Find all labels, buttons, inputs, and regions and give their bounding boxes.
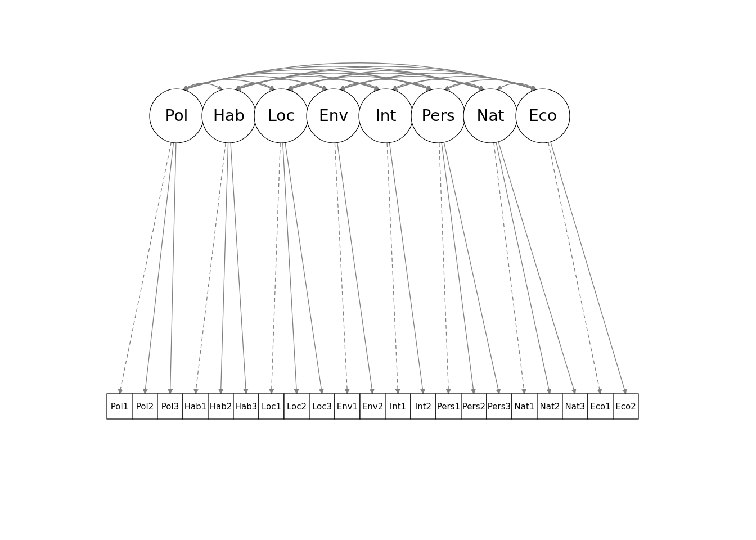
indicator-node-nat1: Nat1 [512, 394, 537, 419]
loading-arrow [442, 143, 474, 394]
indicator-label: Eco1 [590, 402, 610, 412]
indicator-label: Env2 [362, 402, 383, 412]
indicator-label: Hab1 [184, 402, 207, 412]
loading-arrow [389, 143, 423, 394]
indicator-node-loc3: Loc3 [309, 394, 335, 419]
indicator-label: Pers2 [462, 402, 485, 412]
indicator-node-nat3: Nat3 [562, 394, 588, 419]
latent-node-env: Env [307, 89, 361, 143]
loading-arrow [548, 142, 601, 394]
loading-arrow [120, 142, 172, 394]
covariance-arc [340, 80, 431, 90]
indicator-label: Int2 [415, 402, 431, 412]
indicator-label: Nat3 [565, 402, 586, 412]
indicator-label: Int1 [390, 402, 406, 412]
indicator-node-pers1: Pers1 [436, 394, 461, 419]
indicator-node-eco1: Eco1 [588, 394, 613, 419]
loading-arrow [335, 143, 347, 394]
loading-arrow [498, 142, 575, 394]
loading-arrow [387, 143, 398, 394]
latent-node-eco: Eco [516, 89, 570, 143]
loading-arrow [272, 143, 281, 394]
latent-label: Nat [476, 106, 504, 125]
indicator-label: Pol3 [161, 402, 179, 412]
latent-node-pers: Pers [411, 89, 465, 143]
sem-diagram: PolHabLocEnvIntPersNatEco Pol1Pol2Pol3Ha… [0, 0, 756, 540]
latent-node-loc: Loc [254, 89, 308, 143]
latent-label: Eco [529, 106, 557, 125]
loading-arrow [283, 143, 297, 394]
indicator-node-int1: Int1 [385, 394, 411, 419]
covariance-arc [288, 80, 379, 90]
indicator-node-pers3: Pers3 [487, 394, 512, 419]
indicator-label: Nat2 [540, 402, 560, 412]
indicator-node-loc2: Loc2 [284, 394, 309, 419]
latent-label: Hab [213, 106, 245, 125]
loading-arrow [338, 143, 373, 394]
covariance-arc [183, 80, 274, 90]
indicator-label: Pers1 [437, 402, 460, 412]
indicator-node-eco2: Eco2 [613, 394, 638, 419]
indicator-node-loc1: Loc1 [259, 394, 284, 419]
indicator-label: Loc1 [262, 402, 281, 412]
loading-arrow [439, 143, 449, 394]
indicator-label: Env1 [337, 402, 358, 412]
loading-arrow [285, 142, 322, 394]
latent-label: Pers [421, 106, 454, 125]
indicator-node-hab1: Hab1 [183, 394, 208, 419]
latent-label: Loc [268, 106, 295, 125]
loading-arrow [221, 143, 228, 394]
indicator-node-pol3: Pol3 [158, 394, 183, 419]
indicator-node-hab3: Hab3 [233, 394, 259, 419]
indicator-label: Hab3 [235, 402, 258, 412]
loading-arrow [551, 142, 626, 394]
indicator-node-pers2: Pers2 [461, 394, 487, 419]
indicator-label: Loc3 [312, 402, 332, 412]
indicator-label: Hab2 [210, 402, 232, 412]
covariance-arc [393, 80, 484, 90]
indicator-node-pol2: Pol2 [132, 394, 158, 419]
indicator-label: Loc2 [287, 402, 307, 412]
loading-arrow [145, 143, 174, 394]
indicator-label: Nat1 [515, 402, 535, 412]
indicator-node-nat2: Nat2 [537, 394, 562, 419]
indicator-node-env1: Env1 [335, 394, 360, 419]
indicator-node-env2: Env2 [360, 394, 385, 419]
latent-label: Int [376, 106, 397, 125]
latent-node-int: Int [359, 89, 413, 143]
indicator-node-hab2: Hab2 [208, 394, 233, 419]
latent-node-pol: Pol [150, 89, 204, 143]
loading-arrow [496, 142, 550, 394]
indicator-node-pol1: Pol1 [107, 394, 132, 419]
indicator-label: Pol2 [136, 402, 154, 412]
covariance-arc [236, 80, 327, 90]
covariance-arc [445, 80, 536, 90]
latent-label: Env [319, 106, 348, 125]
indicator-label: Pers3 [488, 402, 511, 412]
indicator-label: Pol1 [111, 402, 128, 412]
loading-arrow [196, 143, 226, 394]
loading-arrow [170, 143, 176, 394]
loading-arrow [231, 143, 246, 394]
latent-node-nat: Nat [464, 89, 518, 143]
indicator-node-int2: Int2 [411, 394, 436, 419]
latent-node-hab: Hab [202, 89, 256, 143]
loading-arrow [494, 143, 525, 394]
loading-arrow [444, 142, 499, 394]
indicator-label: Eco2 [615, 402, 636, 412]
latent-label: Pol [165, 106, 188, 125]
